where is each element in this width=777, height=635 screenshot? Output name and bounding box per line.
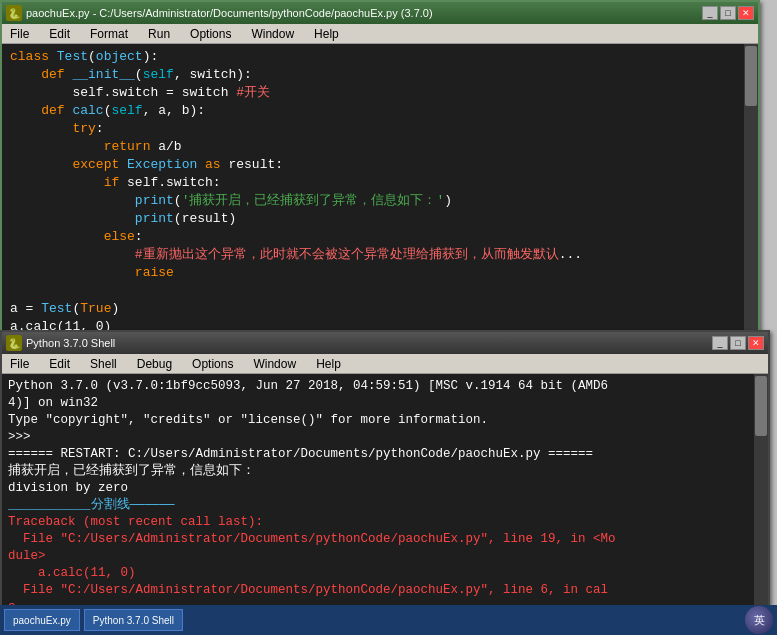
shell-line-4: >>> xyxy=(8,429,762,446)
editor-title-bar: 🐍 paochuEx.py - C:/Users/Administrator/D… xyxy=(2,2,758,24)
shell-menu-debug[interactable]: Debug xyxy=(133,357,176,371)
editor-title-text: paochuEx.py - C:/Users/Administrator/Doc… xyxy=(26,7,433,19)
shell-title-bar: 🐍 Python 3.7.0 Shell _ □ ✕ xyxy=(2,332,768,354)
code-line-15: a = Test(True) xyxy=(10,300,750,318)
code-line-9: print('捕获开启，已经捕获到了异常，信息如下：') xyxy=(10,192,750,210)
shell-minimize-button[interactable]: _ xyxy=(712,336,728,350)
code-line-4: def calc(self, a, b): xyxy=(10,102,750,120)
code-line-10: print(result) xyxy=(10,210,750,228)
shell-line-6: 捕获开启，已经捕获到了异常，信息如下： xyxy=(8,463,762,480)
editor-menu-help[interactable]: Help xyxy=(310,27,343,41)
shell-menu-edit[interactable]: Edit xyxy=(45,357,74,371)
shell-menu-shell[interactable]: Shell xyxy=(86,357,121,371)
shell-line-5: ====== RESTART: C:/Users/Administrator/D… xyxy=(8,446,762,463)
shell-icon: 🐍 xyxy=(6,335,22,351)
shell-line-1: Python 3.7.0 (v3.7.0:1bf9cc5093, Jun 27 … xyxy=(8,378,762,395)
editor-menu-run[interactable]: Run xyxy=(144,27,174,41)
shell-content[interactable]: Python 3.7.0 (v3.7.0:1bf9cc5093, Jun 27 … xyxy=(2,374,768,626)
code-line-13: raise xyxy=(10,264,750,282)
taskbar-right: 英 xyxy=(745,606,773,634)
shell-menu-help[interactable]: Help xyxy=(312,357,345,371)
shell-line-9: Traceback (most recent call last): xyxy=(8,514,762,531)
editor-title-left: 🐍 paochuEx.py - C:/Users/Administrator/D… xyxy=(6,5,433,21)
shell-menu-window[interactable]: Window xyxy=(249,357,300,371)
shell-line-12: a.calc(11, 0) xyxy=(8,565,762,582)
taskbar: paochuEx.py Python 3.7.0 Shell 英 xyxy=(0,605,777,635)
code-line-14 xyxy=(10,282,750,300)
editor-controls: _ □ ✕ xyxy=(702,6,754,20)
code-line-5: try: xyxy=(10,120,750,138)
shell-menu-bar: File Edit Shell Debug Options Window Hel… xyxy=(2,354,768,374)
editor-menu-bar: File Edit Format Run Options Window Help xyxy=(2,24,758,44)
editor-scrollbar[interactable] xyxy=(744,44,758,338)
code-line-6: return a/b xyxy=(10,138,750,156)
taskbar-shell-button[interactable]: Python 3.7.0 Shell xyxy=(84,609,183,631)
editor-menu-format[interactable]: Format xyxy=(86,27,132,41)
shell-close-button[interactable]: ✕ xyxy=(748,336,764,350)
shell-scrollbar-thumb[interactable] xyxy=(755,376,767,436)
shell-title-text: Python 3.7.0 Shell xyxy=(26,337,115,349)
editor-menu-options[interactable]: Options xyxy=(186,27,235,41)
code-line-7: except Exception as result: xyxy=(10,156,750,174)
shell-line-13: File "C:/Users/Administrator/Documents/p… xyxy=(8,582,762,599)
shell-title-left: 🐍 Python 3.7.0 Shell xyxy=(6,335,115,351)
code-line-8: if self.switch: xyxy=(10,174,750,192)
editor-maximize-button[interactable]: □ xyxy=(720,6,736,20)
editor-minimize-button[interactable]: _ xyxy=(702,6,718,20)
shell-line-3: Type "copyright", "credits" or "license(… xyxy=(8,412,762,429)
shell-window: 🐍 Python 3.7.0 Shell _ □ ✕ File Edit She… xyxy=(0,330,770,630)
shell-line-10: File "C:/Users/Administrator/Documents/p… xyxy=(8,531,762,548)
code-area[interactable]: class Test(object): def __init__(self, s… xyxy=(2,44,758,338)
code-line-3: self.switch = switch #开关 xyxy=(10,84,750,102)
code-line-2: def __init__(self, switch): xyxy=(10,66,750,84)
editor-window: 🐍 paochuEx.py - C:/Users/Administrator/D… xyxy=(0,0,760,340)
editor-icon: 🐍 xyxy=(6,5,22,21)
shell-scrollbar[interactable] xyxy=(754,374,768,626)
shell-maximize-button[interactable]: □ xyxy=(730,336,746,350)
editor-menu-edit[interactable]: Edit xyxy=(45,27,74,41)
shell-controls: _ □ ✕ xyxy=(712,336,764,350)
code-line-1: class Test(object): xyxy=(10,48,750,66)
editor-scrollbar-thumb[interactable] xyxy=(745,46,757,106)
shell-menu-file[interactable]: File xyxy=(6,357,33,371)
editor-menu-file[interactable]: File xyxy=(6,27,33,41)
shell-line-7: division by zero xyxy=(8,480,762,497)
shell-menu-options[interactable]: Options xyxy=(188,357,237,371)
code-line-12: #重新抛出这个异常，此时就不会被这个异常处理给捕获到，从而触发默认... xyxy=(10,246,750,264)
editor-close-button[interactable]: ✕ xyxy=(738,6,754,20)
taskbar-editor-button[interactable]: paochuEx.py xyxy=(4,609,80,631)
editor-menu-window[interactable]: Window xyxy=(247,27,298,41)
code-line-11: else: xyxy=(10,228,750,246)
shell-line-8: ___________分割线—————— xyxy=(8,497,762,514)
language-icon[interactable]: 英 xyxy=(745,606,773,634)
shell-line-11: dule> xyxy=(8,548,762,565)
shell-line-2: 4)] on win32 xyxy=(8,395,762,412)
